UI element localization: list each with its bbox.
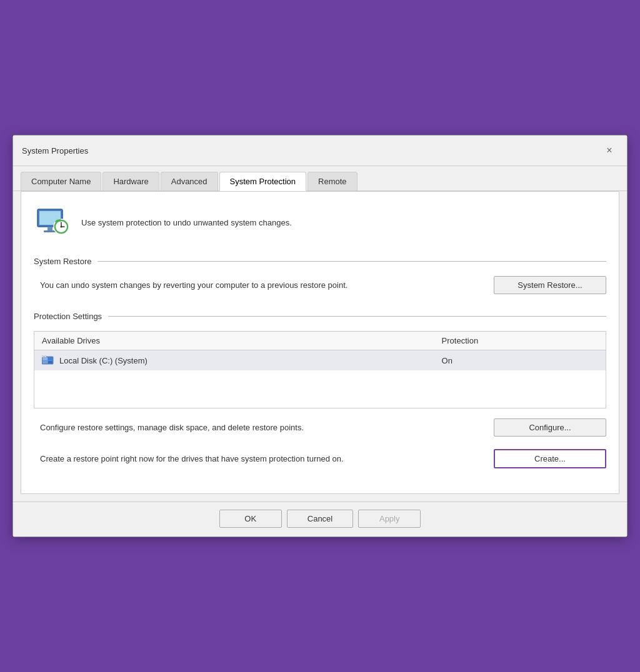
protection-settings-divider [108, 316, 606, 317]
svg-point-8 [61, 226, 62, 228]
configure-description: Configure restore settings, manage disk … [40, 422, 304, 434]
svg-rect-12 [42, 361, 48, 363]
drives-col-header: Available Drives [34, 332, 434, 350]
svg-rect-16 [44, 355, 46, 357]
protection-settings-header: Protection Settings [34, 312, 606, 321]
configure-row: Configure restore settings, manage disk … [40, 418, 606, 437]
table-empty-row [34, 370, 606, 389]
svg-rect-11 [42, 357, 48, 360]
window-title: System Properties [22, 146, 88, 156]
tab-hardware[interactable]: Hardware [102, 172, 159, 191]
protection-col-header: Protection [434, 332, 606, 350]
system-restore-divider [98, 261, 606, 262]
create-description: Create a restore point right now for the… [40, 453, 344, 465]
svg-rect-14 [48, 361, 52, 363]
protection-status-cell: On [434, 350, 606, 371]
svg-rect-2 [48, 227, 52, 230]
footer-buttons: OK Cancel Apply [13, 502, 627, 536]
tab-advanced[interactable]: Advanced [161, 172, 218, 191]
system-restore-button[interactable]: System Restore... [494, 276, 606, 294]
ok-button[interactable]: OK [219, 510, 282, 528]
drives-table: Available Drives Protection [34, 331, 606, 408]
create-row: Create a restore point right now for the… [40, 449, 606, 468]
svg-rect-15 [42, 355, 44, 357]
apply-button[interactable]: Apply [358, 510, 421, 528]
configure-button[interactable]: Configure... [494, 418, 606, 437]
svg-rect-3 [44, 230, 56, 232]
drive-name-text: Local Disk (C:) (System) [59, 356, 148, 365]
close-button[interactable]: × [601, 142, 618, 159]
bottom-section: Configure restore settings, manage disk … [34, 418, 606, 468]
system-properties-window: System Properties × Computer Name Hardwa… [12, 135, 628, 537]
cancel-button[interactable]: Cancel [287, 510, 353, 528]
info-description: Use system protection to undo unwanted s… [81, 217, 292, 229]
title-bar: System Properties × [13, 136, 627, 166]
tab-remote[interactable]: Remote [308, 172, 358, 191]
svg-rect-13 [48, 357, 52, 360]
tab-computer-name[interactable]: Computer Name [21, 172, 101, 191]
system-protection-icon [34, 204, 71, 242]
system-restore-description: You can undo system changes by reverting… [40, 279, 348, 292]
drive-icon [42, 355, 54, 365]
system-restore-title: System Restore [34, 257, 91, 266]
table-row[interactable]: Local Disk (C:) (System) On [34, 350, 606, 371]
tab-system-protection[interactable]: System Protection [219, 172, 307, 191]
system-restore-body: You can undo system changes by reverting… [34, 276, 606, 294]
content-area: Use system protection to undo unwanted s… [21, 191, 619, 494]
tabs-container: Computer Name Hardware Advanced System P… [13, 166, 627, 191]
drive-name-cell: Local Disk (C:) (System) [34, 350, 434, 371]
table-empty-row-2 [34, 389, 606, 408]
create-button[interactable]: Create... [494, 449, 606, 468]
system-restore-header: System Restore [34, 257, 606, 266]
info-section: Use system protection to undo unwanted s… [34, 204, 606, 242]
protection-settings-title: Protection Settings [34, 312, 102, 321]
